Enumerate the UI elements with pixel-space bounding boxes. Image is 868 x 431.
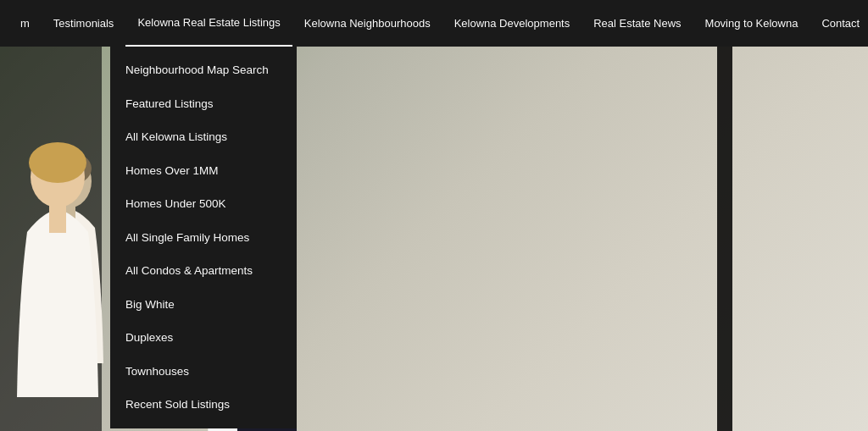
- dropdown-item-7[interactable]: Big White: [110, 288, 297, 322]
- navbar: mTestimonialsKelowna Real Estate Listing…: [0, 0, 868, 47]
- nav-item-3[interactable]: Kelowna Neighbourhoods: [292, 0, 442, 47]
- svg-rect-5: [49, 204, 66, 233]
- dropdown-item-8[interactable]: Duplexes: [110, 321, 297, 355]
- svg-point-4: [29, 142, 86, 183]
- dropdown-menu: Neighbourhood Map SearchFeatured Listing…: [110, 47, 297, 428]
- nav-item-0[interactable]: m: [8, 0, 42, 47]
- dropdown-item-3[interactable]: Homes Over 1MM: [110, 154, 297, 188]
- nav-items: mTestimonialsKelowna Real Estate Listing…: [8, 0, 868, 47]
- dropdown-item-6[interactable]: All Condos & Apartments: [110, 254, 297, 288]
- nav-item-4[interactable]: Kelowna Developments: [442, 0, 582, 47]
- dropdown-item-0[interactable]: Neighbourhood Map Search: [110, 53, 297, 87]
- dropdown-item-1[interactable]: Featured Listings: [110, 87, 297, 121]
- nav-item-1[interactable]: Testimonials: [42, 0, 126, 47]
- hero-bar-right: [717, 0, 732, 431]
- nav-item-6[interactable]: Moving to Kelowna: [693, 0, 810, 47]
- dropdown-item-10[interactable]: Recent Sold Listings: [110, 388, 297, 422]
- dropdown-item-2[interactable]: All Kelowna Listings: [110, 120, 297, 154]
- dropdown-item-9[interactable]: Townhouses: [110, 355, 297, 389]
- dropdown-item-4[interactable]: Homes Under 500K: [110, 187, 297, 221]
- nav-item-5[interactable]: Real Estate News: [581, 0, 693, 47]
- nav-item-7[interactable]: Contact: [810, 0, 868, 47]
- person-figure-2: [8, 92, 110, 431]
- nav-item-2[interactable]: Kelowna Real Estate Listings: [125, 0, 292, 47]
- dropdown-item-5[interactable]: All Single Family Homes: [110, 221, 297, 255]
